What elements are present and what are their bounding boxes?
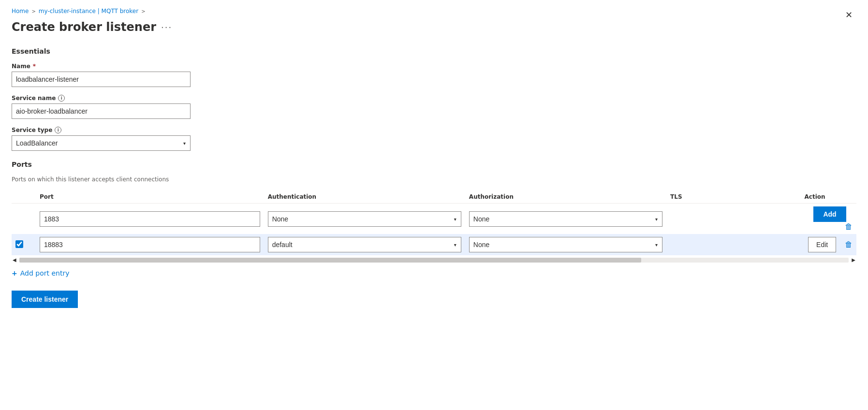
th-port: Port (36, 190, 264, 204)
ports-table: Port Authentication Authorization TLS Ac… (12, 190, 856, 255)
row1-tls-cell (666, 204, 800, 234)
row1-checkbox-cell (12, 204, 36, 234)
row1-authz-select[interactable]: None default (469, 211, 662, 227)
service-type-select-wrapper: LoadBalancer ClusterIP NodePort ▾ (12, 135, 191, 151)
name-field-group: Name * (12, 63, 856, 87)
page-title: Create broker listener (12, 20, 156, 34)
breadcrumb-home[interactable]: Home (12, 8, 29, 15)
row2-tls-cell (666, 234, 800, 255)
row1-auth-select-wrapper: None default ▾ (268, 211, 461, 227)
breadcrumb-sep2: > (141, 9, 145, 14)
name-label: Name * (12, 63, 856, 70)
name-input[interactable] (12, 72, 191, 87)
name-required-star: * (33, 63, 36, 70)
row1-action-cell: Add 🗑 (801, 204, 856, 234)
ports-table-container: Port Authentication Authorization TLS Ac… (12, 190, 856, 264)
horizontal-scrollbar[interactable]: ◀ ▶ (12, 256, 856, 264)
service-type-label: Service type i (12, 127, 856, 133)
service-type-select[interactable]: LoadBalancer ClusterIP NodePort (12, 135, 191, 151)
th-authentication: Authentication (264, 190, 465, 204)
close-button[interactable]: ✕ (841, 8, 856, 22)
row1-delete-icon[interactable]: 🗑 (845, 222, 853, 231)
row2-checkbox[interactable] (15, 240, 23, 248)
title-row: Create broker listener ··· (12, 20, 856, 34)
add-port-plus-icon: + (12, 269, 17, 277)
row1-authz-select-wrapper: None default ▾ (469, 211, 662, 227)
row2-authz-select[interactable]: None default (469, 237, 662, 252)
service-name-input[interactable] (12, 103, 191, 119)
scrollbar-thumb (19, 258, 642, 263)
essentials-section: Essentials Name * Service name i Service… (12, 47, 856, 151)
row2-port-cell (36, 234, 264, 255)
row1-auth-select[interactable]: None default (268, 211, 461, 227)
ports-table-header-row: Port Authentication Authorization TLS Ac… (12, 190, 856, 204)
row2-auth-select-wrapper: None default ▾ (268, 237, 461, 252)
essentials-heading: Essentials (12, 47, 856, 55)
add-port-row[interactable]: + Add port entry (12, 269, 856, 277)
table-row: None default ▾ None default (12, 234, 856, 255)
ports-section: Ports Ports on which this listener accep… (12, 161, 856, 277)
breadcrumb: Home > my-cluster-instance | MQTT broker… (12, 8, 856, 15)
row2-delete-icon[interactable]: 🗑 (845, 240, 853, 249)
row2-auth-select[interactable]: None default (268, 237, 461, 252)
service-name-label: Service name i (12, 95, 856, 102)
service-name-field-group: Service name i (12, 95, 856, 119)
row2-authz-cell: None default ▾ (465, 234, 666, 255)
service-name-info-icon: i (58, 95, 65, 102)
scrollbar-track[interactable] (19, 258, 849, 263)
row1-port-cell (36, 204, 264, 234)
row2-auth-cell: None default ▾ (264, 234, 465, 255)
add-port-label[interactable]: Add port entry (20, 269, 70, 277)
th-action: Action (801, 190, 856, 204)
ports-heading: Ports (12, 161, 856, 168)
row1-authz-cell: None default ▾ (465, 204, 666, 234)
table-row: None default ▾ None default (12, 204, 856, 234)
service-type-info-icon: i (55, 127, 61, 133)
scroll-right-arrow[interactable]: ▶ (851, 256, 856, 264)
row2-edit-button[interactable]: Edit (808, 237, 836, 252)
th-authorization: Authorization (465, 190, 666, 204)
breadcrumb-cluster[interactable]: my-cluster-instance | MQTT broker (39, 8, 138, 15)
th-tls: TLS (666, 190, 800, 204)
service-type-field-group: Service type i LoadBalancer ClusterIP No… (12, 127, 856, 151)
row2-port-input[interactable] (40, 237, 260, 252)
row1-auth-cell: None default ▾ (264, 204, 465, 234)
row2-authz-select-wrapper: None default ▾ (469, 237, 662, 252)
th-checkbox (12, 190, 36, 204)
row1-port-input[interactable] (40, 211, 260, 227)
row2-action-cell: Edit 🗑 (801, 234, 856, 255)
title-ellipsis-menu[interactable]: ··· (161, 22, 172, 32)
breadcrumb-sep1: > (31, 9, 35, 14)
create-listener-button[interactable]: Create listener (12, 291, 78, 308)
ports-description: Ports on which this listener accepts cli… (12, 176, 856, 183)
scroll-left-arrow[interactable]: ◀ (12, 256, 17, 264)
row1-add-button[interactable]: Add (813, 206, 846, 222)
row2-checkbox-cell (12, 234, 36, 255)
